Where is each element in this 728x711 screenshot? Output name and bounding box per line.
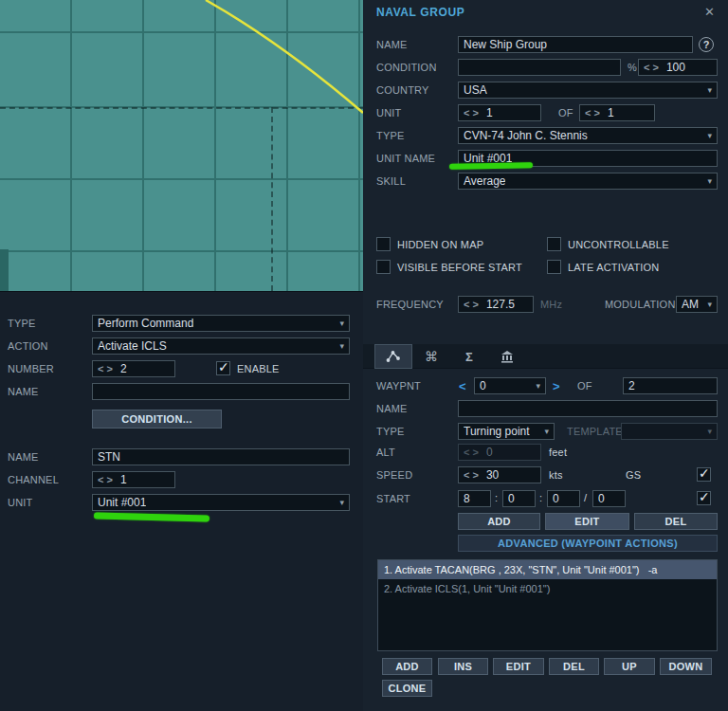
- list-item[interactable]: 1. Activate TACAN(BRG , 23X, "STN", Unit…: [378, 560, 717, 579]
- wp-add-button[interactable]: ADD: [458, 513, 540, 530]
- action-type-dropdown[interactable]: Perform Command: [92, 315, 350, 332]
- late-activation-checkbox[interactable]: [547, 260, 561, 274]
- help-icon[interactable]: [699, 37, 714, 52]
- wp-name-input[interactable]: [458, 400, 718, 417]
- chevron-down-icon: [703, 86, 712, 95]
- next-waypoint-icon[interactable]: [553, 380, 560, 392]
- start-seconds-input[interactable]: 0: [547, 490, 580, 507]
- condition-button[interactable]: CONDITION...: [92, 410, 222, 428]
- advanced-actions-button[interactable]: ADVANCED (WAYPOINT ACTIONS): [458, 535, 718, 552]
- unit-total-stepper[interactable]: 1: [579, 104, 655, 121]
- waypnt-value: 0: [480, 379, 486, 392]
- country-value: USA: [464, 83, 487, 97]
- ship-type-dropdown[interactable]: CVN-74 John C. Stennis: [458, 127, 718, 144]
- ship-type-label: TYPE: [376, 130, 405, 141]
- tacan-name-input[interactable]: STN: [92, 448, 350, 465]
- of-label: OF: [558, 107, 573, 118]
- increment-icon[interactable]: [472, 470, 478, 481]
- action-dropdown[interactable]: Activate ICLS: [92, 337, 350, 355]
- annotation-underline-unit-name: [449, 162, 533, 170]
- condition-probability-stepper[interactable]: 100: [638, 59, 718, 76]
- wp-del-button[interactable]: DEL: [634, 513, 718, 530]
- decrement-icon[interactable]: [464, 300, 469, 310]
- increment-icon[interactable]: [106, 364, 112, 374]
- action-del-button[interactable]: DEL: [549, 658, 599, 675]
- feet-label: feet: [549, 447, 567, 458]
- start-time-checkbox[interactable]: [697, 491, 711, 505]
- wp-type-dropdown[interactable]: Turning point: [458, 423, 555, 440]
- alt-value: 0: [486, 446, 493, 459]
- tab-loadout[interactable]: [412, 344, 450, 369]
- start-hours-input[interactable]: 8: [458, 490, 491, 507]
- close-icon[interactable]: [704, 6, 715, 18]
- uncontrollable-checkbox[interactable]: [547, 237, 561, 251]
- number-stepper[interactable]: 2: [92, 360, 175, 377]
- action-type-value: Perform Command: [98, 317, 193, 330]
- waypnt-total-input[interactable]: 2: [623, 377, 718, 394]
- decrement-icon[interactable]: [464, 447, 469, 458]
- annotation-underline-unit: [94, 512, 209, 521]
- chevron-down-icon: [532, 382, 540, 391]
- decrement-icon[interactable]: [464, 470, 469, 481]
- start-minutes-input[interactable]: 0: [502, 490, 536, 507]
- decrement-icon[interactable]: [464, 108, 469, 118]
- tab-structures[interactable]: [488, 344, 526, 369]
- frequency-stepper[interactable]: 127.5: [458, 296, 534, 313]
- template-dropdown[interactable]: [621, 423, 718, 440]
- enable-checkbox[interactable]: [216, 361, 230, 375]
- tab-route[interactable]: [374, 344, 412, 369]
- condition-input[interactable]: [458, 59, 621, 76]
- chevron-down-icon: [540, 428, 549, 436]
- action-ins-button[interactable]: INS: [438, 658, 488, 675]
- start-day-input[interactable]: 0: [592, 490, 626, 507]
- channel-stepper[interactable]: 1: [92, 471, 175, 488]
- action-add-button[interactable]: ADD: [382, 658, 432, 675]
- decrement-icon[interactable]: [644, 63, 649, 73]
- condition-label: CONDITION: [376, 62, 437, 73]
- action-name-input[interactable]: [92, 383, 350, 400]
- sigma-icon: [465, 348, 473, 365]
- hidden-on-map-checkbox[interactable]: [376, 237, 391, 251]
- modulation-dropdown[interactable]: AM: [676, 296, 718, 313]
- visible-before-start-checkbox[interactable]: [376, 260, 391, 274]
- wp-edit-button[interactable]: EDIT: [545, 513, 629, 530]
- speed-stepper[interactable]: 30: [458, 466, 541, 483]
- decrement-icon[interactable]: [98, 475, 103, 485]
- increment-icon[interactable]: [472, 108, 478, 118]
- unit-count-value: 1: [486, 106, 493, 119]
- gs-checkbox[interactable]: [697, 467, 711, 482]
- action-edit-button[interactable]: EDIT: [493, 658, 544, 675]
- skill-dropdown[interactable]: Average: [458, 173, 718, 190]
- decrement-icon[interactable]: [585, 108, 591, 118]
- number-label: NUMBER: [8, 363, 54, 374]
- increment-icon[interactable]: [472, 447, 478, 458]
- decrement-icon[interactable]: [98, 364, 103, 374]
- map-view[interactable]: [0, 0, 363, 291]
- unit-count-stepper[interactable]: 1: [458, 104, 541, 121]
- action-down-button[interactable]: DOWN: [660, 658, 712, 675]
- wp-type-value: Turning point: [464, 425, 530, 438]
- slash-separator: /: [584, 492, 587, 503]
- action-clone-button[interactable]: CLONE: [382, 680, 432, 697]
- list-item[interactable]: 2. Activate ICLS(1, Unit "Unit #001"): [378, 579, 717, 598]
- alt-stepper[interactable]: 0: [458, 444, 541, 461]
- command-icon: [425, 348, 438, 365]
- increment-icon[interactable]: [472, 300, 478, 310]
- alt-label: ALT: [376, 447, 395, 458]
- waypnt-dropdown[interactable]: 0: [474, 377, 546, 394]
- action-up-button[interactable]: UP: [604, 658, 655, 675]
- waypoint-actions-list[interactable]: 1. Activate TACAN(BRG , 23X, "STN", Unit…: [377, 559, 718, 651]
- increment-icon[interactable]: [652, 63, 658, 73]
- tab-summary[interactable]: [450, 344, 488, 369]
- route-line: [0, 0, 363, 291]
- action-value: Activate ICLS: [98, 339, 167, 353]
- waypnt-label: WAYPNT: [376, 380, 421, 392]
- waypnt-total-value: 2: [628, 379, 635, 392]
- group-name-input[interactable]: New Ship Group: [458, 36, 693, 53]
- increment-icon[interactable]: [593, 108, 599, 118]
- unit-dropdown[interactable]: Unit #001: [92, 494, 350, 511]
- prev-waypoint-icon[interactable]: [459, 380, 466, 392]
- country-dropdown[interactable]: USA: [458, 82, 718, 99]
- increment-icon[interactable]: [106, 475, 112, 485]
- start-hours-value: 8: [464, 492, 470, 505]
